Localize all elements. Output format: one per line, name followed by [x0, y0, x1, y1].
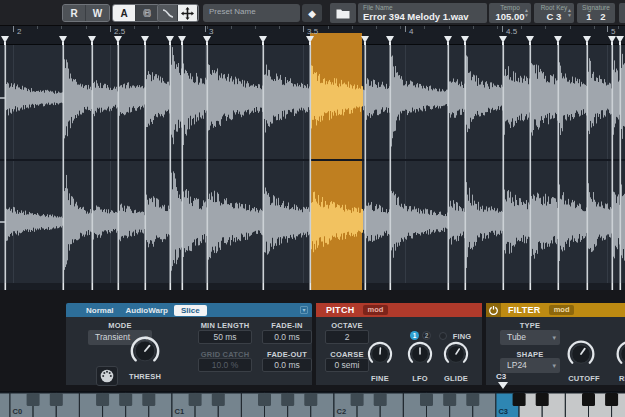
- timeline-ruler[interactable]: 22.533.544.55: [0, 26, 625, 45]
- ruler-minor-tick: [352, 26, 353, 29]
- min-length-value[interactable]: 50 ms: [198, 330, 252, 344]
- knob-icon: [443, 341, 470, 368]
- black-key[interactable]: [420, 393, 433, 406]
- pitch-header: PITCH mod: [316, 303, 482, 317]
- white-key[interactable]: [0, 393, 10, 417]
- ruler-label: 5: [611, 27, 615, 36]
- cutoff-label: CUTOFF: [568, 374, 599, 383]
- tab-audiowarp[interactable]: AudioWarp: [120, 306, 174, 315]
- knob-icon: [615, 339, 625, 369]
- ruler-beat-tick: [205, 26, 206, 32]
- a-button[interactable]: A: [113, 5, 136, 21]
- lfo-select-2-button[interactable]: 2: [422, 331, 431, 340]
- black-key[interactable]: [582, 393, 595, 406]
- tool-group: [157, 4, 199, 22]
- lfo-knob[interactable]: [407, 341, 434, 372]
- black-key[interactable]: [351, 393, 364, 406]
- black-key[interactable]: [258, 393, 271, 406]
- filter-panel: FILTER mod TYPE Tube ▾ SHAPE LP24 ▾ CUTO…: [486, 303, 625, 385]
- black-key[interactable]: [513, 393, 526, 406]
- midi-export-button[interactable]: [96, 366, 118, 386]
- pitch-mod-badge[interactable]: mod: [363, 305, 389, 315]
- tab-normal[interactable]: Normal: [80, 306, 120, 315]
- preset-browse-button[interactable]: ◆: [302, 4, 322, 22]
- ruler-label: 4: [409, 27, 413, 36]
- ruler-label: 3: [209, 27, 213, 36]
- glide-label: GLIDE: [444, 374, 468, 383]
- tab-slice[interactable]: Slice: [174, 305, 207, 316]
- root-key-spinner-icon[interactable]: ▲▼: [567, 8, 572, 18]
- ruler-beat-tick: [607, 26, 608, 32]
- fine-label: FINE: [371, 374, 389, 383]
- file-name-box[interactable]: File Name Error 394 Melody 1.wav: [358, 3, 487, 23]
- envelope-curve-button[interactable]: [158, 5, 178, 21]
- filter-mod-badge[interactable]: mod: [549, 305, 575, 315]
- ruler-minor-tick: [134, 26, 135, 29]
- preset-name-field[interactable]: Preset Name: [203, 4, 300, 22]
- signature-box[interactable]: Signature 12: [577, 3, 615, 23]
- black-key[interactable]: [119, 393, 132, 406]
- tempo-spinner-icon[interactable]: ▲▼: [524, 8, 529, 18]
- ruler-minor-tick: [545, 26, 546, 29]
- diamond-icon: ◆: [308, 8, 316, 19]
- lfo-label: LFO: [412, 374, 428, 383]
- ruler-minor-tick: [255, 26, 256, 29]
- ruler-minor-tick: [570, 26, 571, 29]
- black-key[interactable]: [142, 393, 155, 406]
- playback-mode-tabs: Normal AudioWarp Slice ▾: [66, 303, 312, 317]
- black-key[interactable]: [27, 393, 40, 406]
- black-key[interactable]: [212, 393, 225, 406]
- write-button[interactable]: W: [86, 5, 109, 21]
- slice-options-icon[interactable]: ▾: [300, 306, 308, 314]
- black-key[interactable]: [281, 393, 294, 406]
- black-key[interactable]: [50, 393, 63, 406]
- fingered-toggle[interactable]: [439, 332, 447, 340]
- black-key[interactable]: [374, 393, 387, 406]
- lfo-select-1-button[interactable]: 1: [410, 331, 419, 340]
- black-key[interactable]: [536, 393, 549, 406]
- black-key[interactable]: [605, 393, 618, 406]
- status-indicator-icon[interactable]: [143, 9, 151, 17]
- key-octave-label: C3: [498, 407, 508, 416]
- tempo-box[interactable]: Tempo 105.00 ▲▼: [489, 3, 531, 23]
- ruler-minor-tick: [424, 26, 425, 29]
- filter-type-dropdown[interactable]: Tube ▾: [500, 330, 560, 345]
- waveform-display[interactable]: [0, 45, 625, 290]
- ruler-minor-tick: [61, 26, 62, 29]
- grid-catch-value: 10.0 %: [198, 358, 252, 372]
- ruler-label: 4.5: [506, 27, 517, 36]
- black-key[interactable]: [96, 393, 109, 406]
- knob-icon: [129, 335, 161, 367]
- ruler-beat-tick: [110, 26, 111, 32]
- octave-value[interactable]: 2: [325, 330, 369, 344]
- filter-power-button[interactable]: [486, 303, 501, 317]
- ruler-minor-tick: [86, 26, 87, 29]
- ruler-minor-tick: [449, 26, 450, 29]
- piano-keyboard[interactable]: C0C1C2C3: [0, 391, 625, 417]
- root-key-box[interactable]: Root Key C 3 ▲▼: [534, 3, 574, 23]
- fade-out-value[interactable]: 0.0 ms: [262, 358, 312, 372]
- fine-knob[interactable]: [367, 341, 394, 372]
- root-key-marker-icon[interactable]: [498, 382, 508, 389]
- fade-in-label: FADE-IN: [271, 321, 302, 330]
- read-button[interactable]: R: [63, 5, 86, 21]
- move-tool-button[interactable]: [178, 5, 198, 21]
- key-octave-label: C2: [337, 407, 347, 416]
- fade-in-value[interactable]: 0.0 ms: [262, 330, 312, 344]
- black-key[interactable]: [189, 393, 202, 406]
- black-key[interactable]: [304, 393, 317, 406]
- thresh-knob[interactable]: [129, 335, 161, 371]
- black-key[interactable]: [466, 393, 479, 406]
- resonance-knob[interactable]: [615, 339, 625, 373]
- cutoff-knob[interactable]: [566, 339, 596, 373]
- pitch-panel: PITCH mod OCTAVE 2 COARSE 0 semi FINE 1 …: [316, 303, 482, 385]
- coarse-value[interactable]: 0 semi: [325, 358, 369, 372]
- filter-shape-dropdown[interactable]: LP24 ▾: [500, 358, 560, 373]
- thresh-label: THRESH: [129, 372, 161, 381]
- ruler-minor-tick: [328, 26, 329, 29]
- black-key[interactable]: [443, 393, 456, 406]
- glide-knob[interactable]: [443, 341, 470, 372]
- load-file-button[interactable]: [330, 3, 356, 23]
- ruler-minor-tick: [521, 26, 522, 29]
- chevron-down-icon: ▾: [552, 330, 556, 345]
